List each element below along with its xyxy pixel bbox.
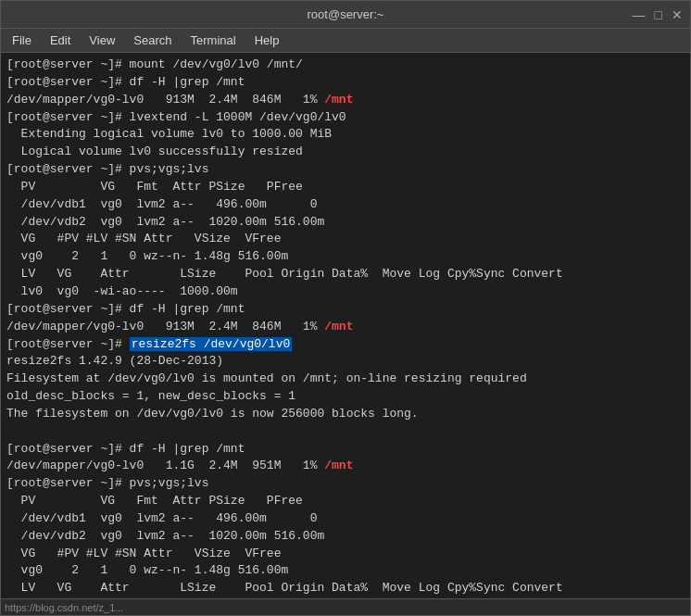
terminal-line: vg0 2 1 0 wz--n- 1.48g 516.00m — [6, 562, 685, 580]
terminal-line: Extending logical volume lv0 to 1000.00 … — [6, 126, 685, 144]
terminal-line: [root@server ~]# lvextend -L 1000M /dev/… — [6, 109, 685, 127]
terminal-line: The filesystem on /dev/vg0/lv0 is now 25… — [6, 406, 685, 423]
menu-view[interactable]: View — [82, 31, 122, 49]
terminal-line: PV VG Fmt Attr PSize PFree — [6, 179, 685, 196]
terminal-line: [root@server ~]# pvs;vgs;lvs — [6, 475, 685, 493]
terminal-line: LV VG Attr LSize Pool Origin Data% Move … — [6, 266, 685, 283]
menu-edit[interactable]: Edit — [43, 31, 78, 49]
terminal-line: VG #PV #LV #SN Attr VSize VFree — [6, 546, 685, 563]
menu-file[interactable]: File — [5, 31, 39, 49]
terminal-line: [root@server ~]# mount /dev/vg0/lv0 /mnt… — [6, 57, 685, 74]
terminal-line: [root@server ~]# pvs;vgs;lvs — [6, 161, 685, 179]
close-button[interactable]: ✕ — [672, 7, 683, 22]
terminal-line: lv0 vg0 -wi-ao---- 1000.00m — [6, 283, 685, 301]
menu-search[interactable]: Search — [126, 31, 179, 49]
terminal-line: [root@server ~]# resize2fs /dev/vg0/lv0 — [6, 336, 685, 354]
terminal-line: /dev/vdb1 vg0 lvm2 a-- 496.00m 0 — [6, 510, 685, 528]
terminal-line: vg0 2 1 0 wz--n- 1.48g 516.00m — [6, 248, 685, 266]
terminal-line: Logical volume lv0 successfully resized — [6, 144, 685, 161]
terminal-line: VG #PV #LV #SN Attr VSize VFree — [6, 231, 685, 248]
terminal-line: PV VG Fmt Attr PSize PFree — [6, 493, 685, 510]
terminal-line: Filesystem at /dev/vg0/lv0 is mounted on… — [6, 371, 685, 388]
terminal-line: /dev/mapper/vg0-lv0 913M 2.4M 846M 1% /m… — [6, 92, 685, 109]
terminal-line: /dev/mapper/vg0-lv0 913M 2.4M 846M 1% /m… — [6, 319, 685, 336]
footer-bar: https://blog.csdn.net/z_1... — [1, 598, 690, 615]
footer-url: https://blog.csdn.net/z_1... — [5, 602, 123, 613]
title-bar: root@server:~ — □ ✕ — [1, 1, 690, 29]
terminal-line: LV VG Attr LSize Pool Origin Data% Move … — [6, 580, 685, 597]
terminal-line: [root@server ~]# df -H |grep /mnt — [6, 441, 685, 459]
minimize-button[interactable]: — — [633, 7, 646, 22]
terminal-line: /dev/vdb2 vg0 lvm2 a-- 1020.00m 516.00m — [6, 214, 685, 232]
menu-help[interactable]: Help — [247, 31, 287, 49]
terminal-line: [root@server ~]# df -H |grep /mnt — [6, 74, 685, 92]
mnt-highlight: /mnt — [324, 93, 353, 107]
terminal-line: [root@server ~]# df -H |grep /mnt — [6, 301, 685, 319]
terminal-line — [6, 423, 685, 441]
maximize-button[interactable]: □ — [655, 7, 662, 22]
menu-bar: File Edit View Search Terminal Help — [1, 29, 690, 53]
terminal-window: root@server:~ — □ ✕ File Edit View Searc… — [0, 0, 691, 616]
terminal-line: /dev/vdb2 vg0 lvm2 a-- 1020.00m 516.00m — [6, 528, 685, 546]
terminal-line: old_desc_blocks = 1, new_desc_blocks = 1 — [6, 388, 685, 406]
window-controls[interactable]: — □ ✕ — [633, 7, 683, 22]
mnt-highlight: /mnt — [324, 459, 353, 472]
menu-terminal[interactable]: Terminal — [183, 31, 244, 49]
terminal-line: /dev/vdb1 vg0 lvm2 a-- 496.00m 0 — [6, 196, 685, 214]
cmd-highlight: resize2fs /dev/vg0/lv0 — [130, 337, 293, 351]
window-title: root@server:~ — [308, 7, 384, 21]
mnt-highlight: /mnt — [324, 320, 353, 333]
terminal-line: /dev/mapper/vg0-lv0 1.1G 2.4M 951M 1% /m… — [6, 458, 685, 475]
terminal-body[interactable]: [root@server ~]# mount /dev/vg0/lv0 /mnt… — [1, 53, 690, 598]
terminal-line: resize2fs 1.42.9 (28-Dec-2013) — [6, 353, 685, 371]
